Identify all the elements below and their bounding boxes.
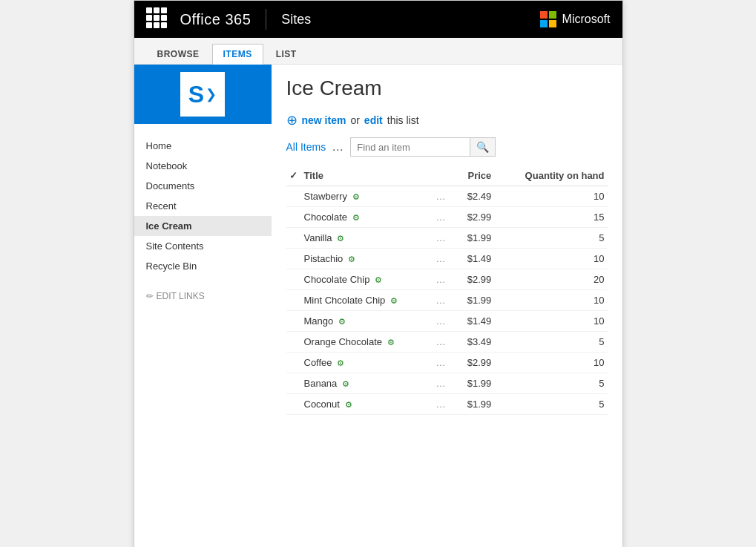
sidebar-item-recent[interactable]: Recent (134, 196, 272, 216)
row-check-1[interactable] (286, 207, 301, 228)
row-check-2[interactable] (286, 228, 301, 249)
or-text: or (350, 114, 359, 126)
sidebar-item-notebook[interactable]: Notebook (134, 156, 272, 176)
sidebar: S ❯ Home Notebook Documents Recent Ice C… (134, 65, 272, 547)
table-row: Pistachio ⚙ … $1.49 10 (286, 249, 608, 269)
row-price-2: $1.99 (455, 228, 495, 249)
row-dots-3[interactable]: … (433, 249, 455, 269)
settings-icon-6[interactable]: ⚙ (338, 317, 346, 326)
ellipsis-menu-button[interactable]: … (332, 140, 344, 154)
row-name-6[interactable]: Mango ⚙ (301, 311, 433, 332)
table-row: Stawberry ⚙ … $2.49 10 (286, 186, 608, 207)
sidebar-item-site-contents[interactable]: Site Contents (134, 236, 272, 256)
row-qty-4: 20 (494, 269, 607, 290)
row-dots-5[interactable]: … (433, 290, 455, 311)
tab-items[interactable]: ITEMS (212, 44, 263, 65)
row-name-4[interactable]: Chocolate Chip ⚙ (301, 269, 433, 290)
new-item-link[interactable]: new item (302, 114, 346, 126)
sidebar-item-ice-cream[interactable]: Ice Cream (134, 216, 272, 236)
row-name-5[interactable]: Mint Chcolate Chip ⚙ (301, 290, 433, 311)
settings-icon-5[interactable]: ⚙ (390, 296, 398, 305)
row-qty-7: 5 (494, 332, 607, 353)
row-price-8: $2.99 (455, 353, 495, 373)
settings-icon-1[interactable]: ⚙ (352, 213, 360, 222)
row-check-10[interactable] (286, 394, 301, 415)
edit-links-label: EDIT LINKS (157, 291, 205, 301)
row-check-7[interactable] (286, 332, 301, 353)
row-qty-2: 5 (494, 228, 607, 249)
pencil-icon: ✏ (146, 291, 154, 301)
row-qty-3: 10 (494, 249, 607, 269)
row-dots-4[interactable]: … (433, 269, 455, 290)
row-dots-7[interactable]: … (433, 332, 455, 353)
settings-icon-3[interactable]: ⚙ (348, 255, 355, 263)
search-box: 🔍 (350, 137, 496, 157)
row-qty-5: 10 (494, 290, 607, 311)
edit-link[interactable]: edit (364, 114, 383, 126)
search-input[interactable] (351, 139, 470, 156)
sidebar-item-recycle-bin[interactable]: Recycle Bin (134, 256, 272, 276)
settings-icon-7[interactable]: ⚙ (387, 338, 395, 347)
ellipsis-col-header (433, 166, 455, 186)
row-check-5[interactable] (286, 290, 301, 311)
row-dots-10[interactable]: … (433, 394, 455, 415)
row-name-3[interactable]: Pistachio ⚙ (301, 249, 433, 269)
site-logo: S ❯ (134, 65, 272, 124)
settings-icon-0[interactable]: ⚙ (352, 192, 360, 201)
table-row: Coffee ⚙ … $2.99 10 (286, 353, 608, 373)
all-items-link[interactable]: All Items (286, 141, 326, 153)
row-check-6[interactable] (286, 311, 301, 332)
table-row: Chocolate Chip ⚙ … $2.99 20 (286, 269, 608, 290)
row-check-0[interactable] (286, 186, 301, 207)
row-dots-6[interactable]: … (433, 311, 455, 332)
row-price-1: $2.99 (455, 207, 495, 228)
row-check-8[interactable] (286, 353, 301, 373)
row-dots-9[interactable]: … (433, 373, 455, 394)
row-name-10[interactable]: Coconut ⚙ (301, 394, 433, 415)
settings-icon-2[interactable]: ⚙ (337, 234, 344, 243)
plus-icon: ⊕ (286, 112, 298, 128)
s-letter: S (188, 82, 204, 106)
edit-links-button[interactable]: ✏ EDIT LINKS (134, 282, 272, 310)
settings-icon-9[interactable]: ⚙ (342, 379, 349, 388)
row-check-4[interactable] (286, 269, 301, 290)
settings-icon-8[interactable]: ⚙ (337, 358, 344, 367)
settings-icon-10[interactable]: ⚙ (345, 400, 352, 409)
row-price-0: $2.49 (455, 186, 495, 207)
table-row: Vanilla ⚙ … $1.99 5 (286, 228, 608, 249)
row-dots-1[interactable]: … (433, 207, 455, 228)
row-qty-9: 5 (494, 373, 607, 394)
s-arrow-icon: ❯ (206, 86, 217, 102)
row-name-8[interactable]: Coffee ⚙ (301, 353, 433, 373)
sidebar-item-documents[interactable]: Documents (134, 176, 272, 196)
table-row: Coconut ⚙ … $1.99 5 (286, 394, 608, 415)
search-button[interactable]: 🔍 (470, 138, 495, 156)
row-price-5: $1.99 (455, 290, 495, 311)
settings-icon-4[interactable]: ⚙ (375, 275, 382, 284)
table-row: Banana ⚙ … $1.99 5 (286, 373, 608, 394)
tab-list[interactable]: LIST (265, 44, 308, 64)
title-col-header: Title (301, 166, 433, 186)
row-name-2[interactable]: Vanilla ⚙ (301, 228, 433, 249)
tab-browse[interactable]: BROWSE (146, 44, 211, 64)
row-name-0[interactable]: Stawberry ⚙ (301, 186, 433, 207)
app-title: Office 365 (180, 11, 252, 28)
row-name-9[interactable]: Banana ⚙ (301, 373, 433, 394)
row-check-3[interactable] (286, 249, 301, 269)
waffle-icon[interactable] (146, 7, 170, 31)
row-dots-8[interactable]: … (433, 353, 455, 373)
row-name-1[interactable]: Chocolate ⚙ (301, 207, 433, 228)
row-dots-2[interactable]: … (433, 228, 455, 249)
row-check-9[interactable] (286, 373, 301, 394)
price-col-header: Price (455, 166, 495, 186)
microsoft-logo: Microsoft (540, 11, 611, 27)
topbar-divider (266, 9, 266, 30)
sidebar-item-home[interactable]: Home (134, 136, 272, 156)
row-name-7[interactable]: Orange Chocolate ⚙ (301, 332, 433, 353)
row-qty-1: 15 (494, 207, 607, 228)
app-window: Office 365 Sites Microsoft BROWSE ITEMS … (134, 0, 623, 547)
row-price-3: $1.49 (455, 249, 495, 269)
items-table: ✓ Title Price Quantity on hand Stawberry… (286, 166, 608, 415)
row-dots-0[interactable]: … (433, 186, 455, 207)
row-qty-8: 10 (494, 353, 607, 373)
